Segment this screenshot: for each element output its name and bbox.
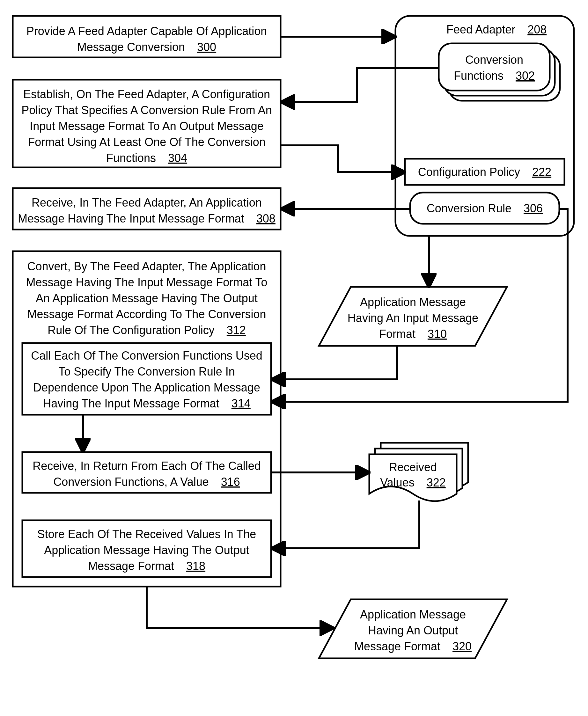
step-312-line5: Rule Of The Configuration Policy 312 xyxy=(47,324,246,337)
input-message-line2: Having An Input Message xyxy=(348,311,478,325)
arrow-input-msg-to-314 xyxy=(274,346,397,379)
step-314-line2: To Specify The Conversion Rule In xyxy=(58,365,235,378)
step-318-line3: Message Format 318 xyxy=(88,560,205,572)
step-308-line1: Receive, In The Feed Adapter, An Applica… xyxy=(31,196,262,209)
step-318-line2: Application Message Having The Output xyxy=(44,544,249,557)
step-304-line3: Input Message Format To An Output Messag… xyxy=(30,120,264,133)
step-312-line3: An Application Message Having The Output xyxy=(36,292,258,305)
step-304-line1: Establish, On The Feed Adapter, A Config… xyxy=(23,88,270,101)
step-314-line3: Dependence Upon The Application Message xyxy=(33,381,260,394)
received-values-line2: Values 322 xyxy=(380,476,446,489)
step-300-line1: Provide A Feed Adapter Capable Of Applic… xyxy=(26,25,267,38)
step-304-line5: Functions 304 xyxy=(106,151,187,165)
step-316-line1: Receive, In Return From Each Of The Call… xyxy=(33,459,261,473)
conversion-functions-box xyxy=(439,43,550,90)
conversion-functions-label-2: Functions 302 xyxy=(454,69,535,82)
conversion-functions-label-1: Conversion xyxy=(465,53,523,66)
output-message-line1: Application Message xyxy=(360,608,466,621)
arrow-304-to-config-policy xyxy=(280,145,402,172)
input-message-line1: Application Message xyxy=(360,296,466,309)
step-314-line4: Having The Input Message Format 314 xyxy=(43,397,251,410)
output-message-line2: Having An Output xyxy=(368,624,458,637)
step-312-line2: Message Having The Input Message Format … xyxy=(26,276,267,289)
feed-adapter-title: Feed Adapter 208 xyxy=(446,23,547,36)
step-318-line1: Store Each Of The Received Values In The xyxy=(37,527,256,541)
step-312-line1: Convert, By The Feed Adapter, The Applic… xyxy=(27,260,266,273)
arrow-312-to-output-msg xyxy=(147,587,331,628)
step-312-line4: Message Format According To The Conversi… xyxy=(27,308,266,321)
step-304-line2: Policy That Specifies A Conversion Rule … xyxy=(21,104,272,117)
output-message-line3: Message Format 320 xyxy=(354,640,471,653)
conversion-rule-label: Conversion Rule 306 xyxy=(427,202,543,215)
input-message-line3: Format 310 xyxy=(379,327,447,341)
received-values-line1: Received xyxy=(389,461,437,474)
arrow-received-values-to-318 xyxy=(274,500,419,548)
step-314-line1: Call Each Of The Conversion Functions Us… xyxy=(31,349,262,362)
step-308-line2: Message Having The Input Message Format … xyxy=(18,212,275,225)
step-304-line4: Format Using At Least One Of The Convers… xyxy=(28,135,266,149)
